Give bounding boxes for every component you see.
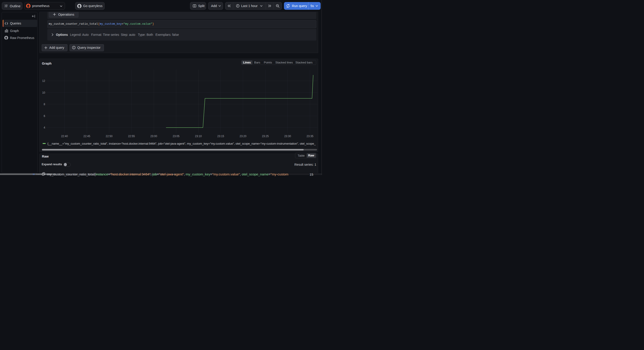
svg-text:4: 4 bbox=[44, 126, 45, 129]
svg-text:23:00: 23:00 bbox=[150, 134, 157, 138]
svg-text:6: 6 bbox=[44, 114, 45, 117]
svg-text:12: 12 bbox=[42, 79, 45, 83]
svg-text:23:20: 23:20 bbox=[240, 134, 246, 138]
svg-text:23:30: 23:30 bbox=[284, 134, 291, 138]
svg-text:10: 10 bbox=[42, 91, 45, 94]
svg-text:23:15: 23:15 bbox=[218, 134, 224, 138]
svg-text:22:40: 22:40 bbox=[61, 134, 68, 138]
svg-text:23:25: 23:25 bbox=[262, 134, 269, 138]
svg-text:23:10: 23:10 bbox=[195, 134, 202, 138]
svg-text:8: 8 bbox=[44, 103, 45, 106]
svg-text:22:55: 22:55 bbox=[128, 134, 135, 138]
svg-text:22:45: 22:45 bbox=[83, 134, 90, 138]
svg-text:23:35: 23:35 bbox=[306, 134, 314, 138]
svg-text:23:05: 23:05 bbox=[172, 134, 179, 138]
svg-text:22:50: 22:50 bbox=[106, 134, 112, 138]
